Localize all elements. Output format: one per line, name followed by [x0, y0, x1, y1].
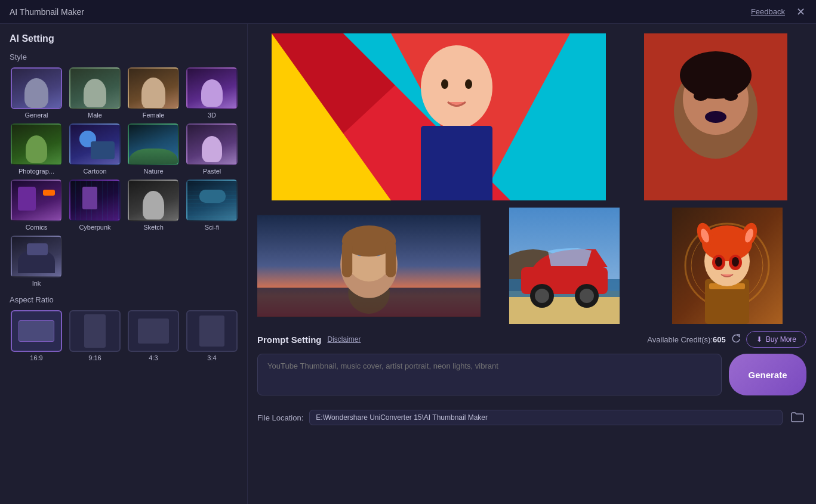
style-item-comics[interactable]: Comics	[10, 180, 63, 231]
style-thumb-general	[11, 67, 62, 109]
aspect-name-3-4: 3:4	[207, 354, 216, 361]
style-thumb-ink	[11, 236, 62, 277]
style-name-nature: Nature	[143, 168, 163, 175]
aspect-item-4-3[interactable]: 4:3	[127, 310, 180, 361]
svg-point-16	[680, 51, 752, 99]
buy-more-button[interactable]: ⬇ Buy More	[746, 331, 806, 348]
prompt-input-row: Generate	[257, 354, 806, 395]
svg-rect-26	[386, 241, 396, 277]
thumbnail-2	[625, 33, 806, 200]
prompt-textarea[interactable]	[257, 354, 722, 395]
titlebar-controls: Feedback ✕	[751, 6, 806, 18]
thumbnail-5-img	[648, 208, 806, 324]
style-item-sketch[interactable]: Sketch	[127, 180, 180, 231]
svg-rect-6	[421, 126, 492, 200]
file-location-label: File Location:	[257, 413, 303, 422]
thumbnail-1-img	[257, 33, 620, 200]
svg-rect-25	[342, 241, 352, 277]
thumbnail-row-bottom	[257, 208, 806, 324]
aspect-name-9-16: 9:16	[88, 354, 101, 361]
style-name-3d: 3D	[208, 112, 216, 119]
style-thumb-nature	[128, 123, 179, 165]
thumbnail-5	[648, 208, 806, 324]
prompt-title-area: Prompt Setting Disclaimer	[257, 335, 361, 345]
style-item-cyberpunk[interactable]: Cyberpunk	[68, 180, 122, 231]
style-item-pastel[interactable]: Pastel	[185, 123, 239, 175]
style-grid: General Male Femal	[10, 67, 238, 287]
style-name-photography: Photograp...	[19, 168, 54, 175]
titlebar: AI Thumbnail Maker Feedback ✕	[0, 0, 816, 24]
aspect-ratio-label: Aspect Ratio	[10, 295, 238, 304]
sidebar: AI Setting Style General	[0, 24, 248, 504]
style-item-cartoon[interactable]: Cartoon	[68, 123, 122, 175]
style-thumb-cyberpunk	[69, 180, 121, 221]
style-name-scifi: Sci-fi	[205, 224, 219, 231]
style-label: Style	[10, 52, 238, 61]
aspect-thumb-4-3	[128, 310, 179, 352]
app-title: AI Thumbnail Maker	[10, 7, 84, 17]
svg-point-15	[705, 111, 726, 123]
style-thumb-comics	[11, 180, 62, 221]
thumbnail-2-img	[625, 33, 806, 200]
style-thumb-sketch	[128, 180, 179, 221]
credits-value: 605	[713, 335, 726, 344]
ai-setting-heading: AI Setting	[10, 33, 238, 44]
refresh-icon[interactable]	[731, 334, 741, 345]
thumbnail-3-img	[257, 208, 481, 324]
file-location-bar: File Location: E:\Wondershare UniConvert…	[257, 409, 806, 426]
style-thumb-cartoon	[69, 123, 121, 165]
svg-point-34	[580, 289, 594, 303]
svg-point-49	[732, 257, 739, 267]
prompt-title: Prompt Setting	[257, 335, 322, 345]
aspect-ratio-grid: 16:9 9:16 4:3	[10, 310, 238, 361]
aspect-thumb-3-4	[186, 310, 238, 352]
aspect-item-9-16[interactable]: 9:16	[68, 310, 122, 361]
style-name-ink: Ink	[32, 280, 41, 287]
style-name-male: Male	[88, 112, 102, 119]
svg-point-5	[421, 45, 492, 129]
style-name-female: Female	[143, 112, 165, 119]
aspect-thumb-16-9	[11, 310, 62, 352]
feedback-link[interactable]: Feedback	[751, 7, 785, 16]
close-button[interactable]: ✕	[795, 6, 806, 18]
style-name-cartoon: Cartoon	[83, 168, 106, 175]
style-name-pastel: Pastel	[203, 168, 221, 175]
style-item-photography[interactable]: Photograp...	[10, 123, 63, 175]
svg-point-7	[441, 79, 448, 89]
style-item-scifi[interactable]: Sci-fi	[185, 180, 239, 231]
main-area: AI Setting Style General	[0, 24, 816, 504]
style-thumb-male	[69, 67, 121, 109]
style-item-nature[interactable]: Nature	[127, 123, 180, 175]
aspect-item-16-9[interactable]: 16:9	[10, 310, 63, 361]
style-item-female[interactable]: Female	[127, 67, 180, 119]
main-window: AI Thumbnail Maker Feedback ✕ AI Setting…	[0, 0, 816, 504]
aspect-name-16-9: 16:9	[30, 354, 42, 361]
style-thumb-scifi	[186, 180, 238, 221]
style-item-general[interactable]: General	[10, 67, 63, 119]
style-name-sketch: Sketch	[143, 224, 164, 231]
style-thumb-3d	[186, 67, 238, 109]
prompt-header: Prompt Setting Disclaimer Available Cred…	[257, 331, 806, 348]
style-item-ink[interactable]: Ink	[10, 236, 63, 287]
disclaimer-link[interactable]: Disclaimer	[328, 335, 361, 344]
thumbnail-3	[257, 208, 481, 324]
thumbnail-1	[257, 33, 620, 200]
credits-label: Available Credit(s):605	[647, 335, 725, 344]
thumbnail-4-img	[485, 208, 643, 324]
style-item-male[interactable]: Male	[68, 67, 122, 119]
file-location-select[interactable]: E:\Wondershare UniConverter 15\AI Thumbn…	[309, 410, 783, 425]
buy-more-icon: ⬇	[756, 335, 762, 344]
thumbnail-4	[485, 208, 643, 324]
aspect-thumb-9-16	[69, 310, 121, 352]
prompt-section: Prompt Setting Disclaimer Available Cred…	[257, 331, 806, 395]
svg-point-8	[465, 79, 472, 89]
thumbnail-row-top	[257, 33, 806, 200]
folder-open-button[interactable]	[789, 409, 806, 426]
generate-button[interactable]: Generate	[729, 354, 806, 395]
credits-area: Available Credit(s):605 ⬇ Buy More	[647, 331, 806, 348]
content-area: Prompt Setting Disclaimer Available Cred…	[248, 24, 816, 504]
aspect-item-3-4[interactable]: 3:4	[185, 310, 239, 361]
style-thumb-photography	[11, 123, 62, 165]
style-name-general: General	[24, 112, 48, 119]
style-item-3d[interactable]: 3D	[185, 67, 239, 119]
